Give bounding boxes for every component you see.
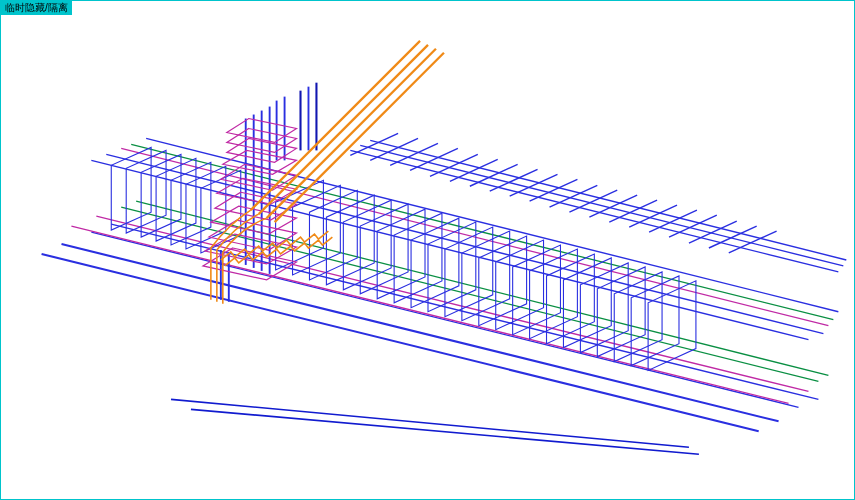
viewport-frame: 临时隐藏/隔离 — [0, 0, 855, 500]
model-viewport[interactable] — [1, 1, 854, 499]
svg-line-1 — [61, 244, 778, 421]
svg-line-16 — [350, 133, 398, 155]
svg-line-8 — [91, 160, 808, 339]
svg-line-54 — [191, 409, 699, 454]
svg-line-14 — [360, 145, 843, 266]
rebar-model-svg — [1, 1, 854, 499]
svg-line-34 — [709, 226, 757, 248]
beam-top-longitudinal-bars — [91, 138, 846, 339]
svg-line-35 — [729, 231, 777, 253]
foreground-bottom-bar — [171, 399, 699, 454]
svg-line-0 — [42, 254, 759, 431]
svg-line-4 — [71, 226, 788, 403]
svg-line-55 — [171, 399, 689, 447]
beam-bottom-longitudinal-bars — [42, 201, 829, 431]
